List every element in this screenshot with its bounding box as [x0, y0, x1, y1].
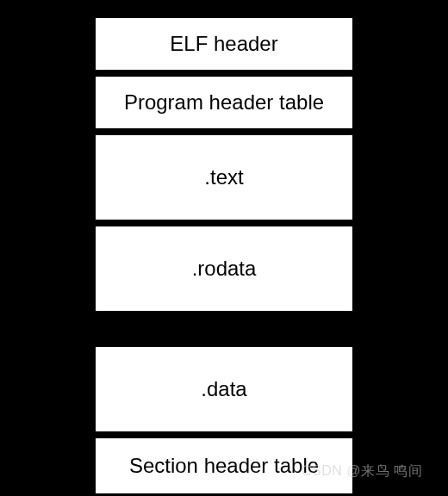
program-header-table-label: Program header table — [124, 90, 324, 115]
rodata-section-label: .rodata — [192, 257, 257, 281]
elf-header-label: ELF header — [170, 32, 277, 56]
rodata-section-block: .rodata — [95, 226, 353, 312]
program-header-table-block: Program header table — [95, 76, 353, 129]
watermark-text: CSDN @来鸟 鸣间 — [302, 462, 422, 480]
section-header-table-label: Section header table — [129, 454, 319, 478]
elf-header-block: ELF header — [95, 17, 353, 71]
data-section-label: .data — [201, 377, 246, 401]
text-section-label: .text — [204, 165, 243, 189]
data-section-block: .data — [95, 346, 353, 432]
text-section-block: .text — [95, 134, 353, 220]
